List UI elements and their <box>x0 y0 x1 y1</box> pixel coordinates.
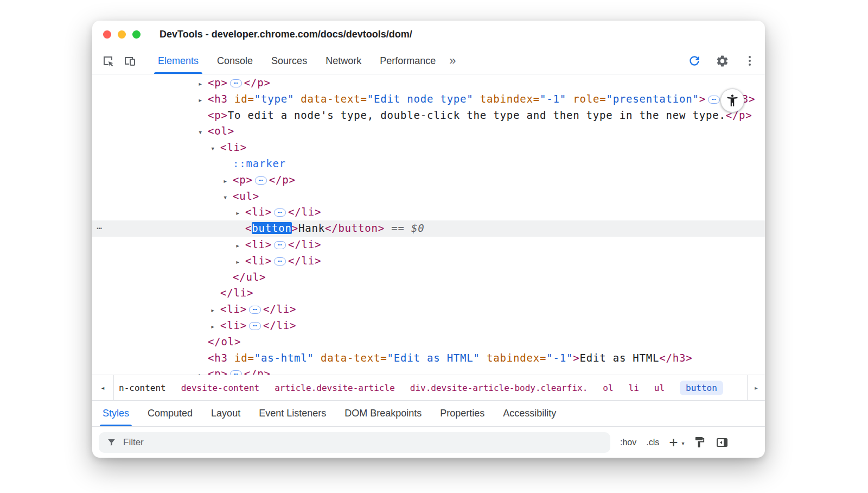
breadcrumb-item[interactable]: ul <box>654 383 665 393</box>
dom-tree-row[interactable]: ▸<h3 id="type" data-text="Edit node type… <box>92 91 765 108</box>
inline-expand-icon[interactable]: ⋯ <box>274 208 286 217</box>
tag-token: > <box>573 352 579 364</box>
dom-tree-row[interactable]: ▸<p>⋯</p> <box>92 75 765 91</box>
dom-tree-row[interactable]: ▸<li>⋯</li> <box>92 204 765 220</box>
tag-token: <ol> <box>208 125 234 137</box>
breadcrumb-item[interactable]: devsite-content <box>181 383 260 393</box>
inline-expand-icon[interactable]: ⋯ <box>708 96 720 104</box>
dom-tree-row[interactable]: ▾<ol> <box>92 123 765 140</box>
attr-value-token: "-1" <box>540 93 566 105</box>
tag-token: </p> <box>269 174 296 186</box>
dom-tree-row[interactable]: ▾<li> <box>92 140 765 156</box>
breadcrumb-item[interactable]: ol <box>603 383 613 393</box>
filter-input[interactable] <box>123 437 603 448</box>
breadcrumb-item[interactable]: li <box>629 383 639 393</box>
new-style-rule-button[interactable]: + <box>669 437 683 448</box>
dom-tree-row[interactable]: ▸<p>⋯</p> <box>92 172 765 188</box>
settings-gear-icon[interactable] <box>716 54 729 68</box>
dom-tree-row[interactable]: ▸<p>⋯</p> <box>92 366 765 375</box>
attr-value-token: "presentation" <box>606 93 699 105</box>
tag-token: <li> <box>245 238 272 250</box>
disclosure-arrow-icon[interactable]: ▸ <box>235 238 245 254</box>
device-toolbar-icon[interactable] <box>122 53 138 69</box>
tab-network[interactable]: Network <box>316 48 371 74</box>
tag-token: <h3 <box>208 352 228 364</box>
console-ref-token[interactable]: $0 <box>411 222 424 234</box>
disclosure-arrow-icon[interactable]: ▸ <box>223 173 233 189</box>
disclosure-arrow-icon[interactable]: ▸ <box>235 254 245 270</box>
tag-token: </li> <box>288 255 321 267</box>
dom-tree-row[interactable]: ▸<li>⋯</li> <box>92 253 765 269</box>
paint-roller-icon[interactable] <box>693 436 706 448</box>
attr-name-token: tabindex= <box>474 93 540 105</box>
row-more-icon[interactable]: ⋯ <box>97 220 103 237</box>
disclosure-arrow-icon[interactable]: ▸ <box>235 205 245 222</box>
disclosure-arrow-icon[interactable]: ▸ <box>198 92 208 109</box>
dom-tree-row[interactable]: ⋯<button>Hank</button> == $0 <box>92 220 765 237</box>
dom-tree-row[interactable]: ::marker <box>92 156 765 172</box>
inline-expand-icon[interactable]: ⋯ <box>249 322 261 330</box>
disclosure-arrow-icon[interactable]: ▸ <box>210 319 220 335</box>
inline-expand-icon[interactable]: ⋯ <box>274 257 286 266</box>
breadcrumb-scroll-left-icon[interactable]: ◂ <box>92 375 114 400</box>
minimize-button[interactable] <box>118 30 126 39</box>
breadcrumb-item[interactable]: n-content <box>119 383 166 393</box>
tab-performance[interactable]: Performance <box>371 48 445 74</box>
dom-tree-row[interactable]: ▸<li>⋯</li> <box>92 301 765 318</box>
dom-tree-row[interactable]: ▾<ul> <box>92 188 765 205</box>
toggle-sidebar-icon[interactable] <box>716 436 729 449</box>
breadcrumb-item[interactable]: article.devsite-article <box>275 383 395 393</box>
inline-expand-icon[interactable]: ⋯ <box>249 306 261 314</box>
disclosure-arrow-icon[interactable]: ▾ <box>198 124 208 141</box>
inline-expand-icon[interactable]: ⋯ <box>230 370 242 375</box>
tab-properties[interactable]: Properties <box>431 401 494 426</box>
tag-token: <li> <box>220 141 247 153</box>
close-button[interactable] <box>103 30 111 39</box>
tab-computed[interactable]: Computed <box>138 401 202 426</box>
sync-icon[interactable] <box>687 54 701 68</box>
pseudo-element-token[interactable]: ::marker <box>233 157 286 169</box>
tab-accessibility[interactable]: Accessibility <box>494 401 565 426</box>
dom-tree-row[interactable]: <p>To edit a node's type, double-click t… <box>92 108 765 124</box>
tab-styles[interactable]: Styles <box>93 401 138 426</box>
disclosure-arrow-icon[interactable]: ▸ <box>198 367 208 375</box>
inline-expand-icon[interactable]: ⋯ <box>230 79 242 87</box>
tab-console[interactable]: Console <box>208 48 262 74</box>
element-classes-toggle[interactable]: .cls <box>646 438 659 447</box>
tab-dom-breakpoints[interactable]: DOM Breakpoints <box>335 401 431 426</box>
dom-tree-row[interactable]: </ul> <box>92 269 765 286</box>
tag-token: </li> <box>263 303 296 315</box>
dom-tree-row[interactable]: ▸<li>⋯</li> <box>92 318 765 334</box>
disclosure-arrow-icon[interactable]: ▸ <box>198 76 208 92</box>
tag-token: <li> <box>220 319 247 331</box>
breadcrumb-item-selected[interactable]: button <box>680 381 723 395</box>
attr-value-token: "as-html" <box>254 352 314 364</box>
filter-field[interactable] <box>99 432 610 453</box>
inline-expand-icon[interactable]: ⋯ <box>255 176 267 185</box>
breadcrumb-item[interactable]: div.devsite-article-body.clearfix. <box>410 383 588 393</box>
selected-tag-name-token[interactable]: button <box>252 222 291 234</box>
dom-tree-row[interactable]: <h3 id="as-html" data-text="Edit as HTML… <box>92 350 765 366</box>
dom-tree-row[interactable]: </li> <box>92 285 765 301</box>
kebab-menu-icon[interactable] <box>743 54 756 67</box>
disclosure-arrow-icon[interactable]: ▾ <box>210 141 220 157</box>
devtools-toolbar: ElementsConsoleSourcesNetworkPerformance… <box>92 48 765 74</box>
traffic-lights <box>103 30 141 39</box>
pseudo-state-toggle[interactable]: :hov <box>620 438 636 447</box>
disclosure-arrow-icon[interactable]: ▾ <box>223 189 233 206</box>
dom-tree-row[interactable]: ▸<li>⋯</li> <box>92 237 765 253</box>
attr-value-token: "Edit as HTML" <box>387 352 480 364</box>
dom-tree-row[interactable]: </ol> <box>92 334 765 350</box>
disclosure-arrow-icon[interactable]: ▸ <box>210 302 220 319</box>
tab-elements[interactable]: Elements <box>149 48 208 74</box>
inline-expand-icon[interactable]: ⋯ <box>274 241 286 249</box>
tab-layout[interactable]: Layout <box>202 401 250 426</box>
tab-event-listeners[interactable]: Event Listeners <box>250 401 335 426</box>
filter-funnel-icon <box>106 437 117 447</box>
tab-sources[interactable]: Sources <box>262 48 316 74</box>
more-tabs-icon[interactable]: » <box>445 54 460 68</box>
breadcrumb-scroll-right-icon[interactable]: ▸ <box>747 375 765 400</box>
inspect-icon[interactable] <box>100 53 116 69</box>
tag-token: <h3 <box>208 93 228 105</box>
zoom-button[interactable] <box>132 30 141 39</box>
